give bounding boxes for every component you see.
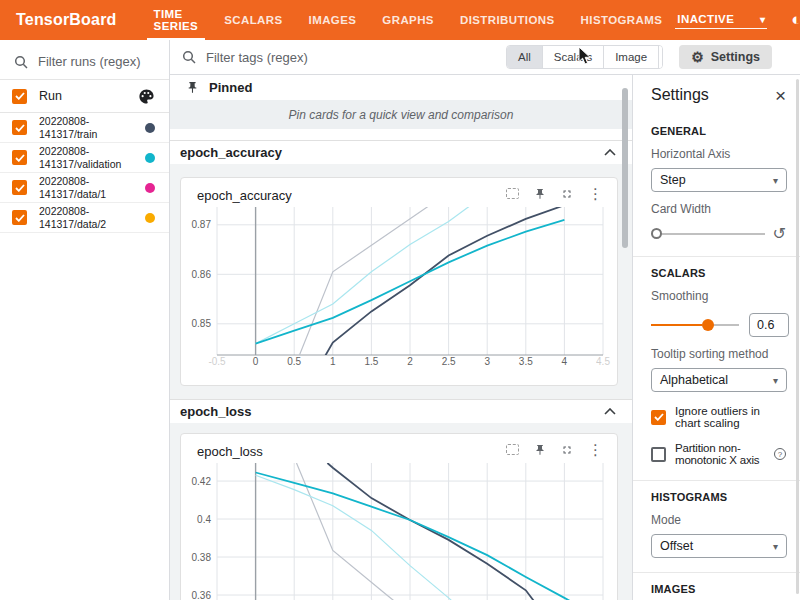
run-checkbox[interactable] (12, 210, 27, 225)
brightness-toggle-icon[interactable]: ◐ (783, 7, 800, 33)
run-color-dot[interactable] (145, 153, 155, 163)
divider (633, 572, 800, 573)
run-color-dot[interactable] (145, 183, 155, 193)
svg-text:0: 0 (253, 356, 259, 367)
tag-filter-scalars[interactable]: Scalars (543, 46, 604, 68)
section-header-epoch-accuracy[interactable]: epoch_accuracy (170, 140, 632, 164)
svg-text:1: 1 (330, 356, 336, 367)
reset-icon[interactable]: ↺ (773, 226, 786, 242)
chevron-up-icon (604, 408, 616, 415)
histogram-mode-value: Offset (660, 539, 693, 553)
svg-text:3: 3 (484, 356, 490, 367)
select-all-runs-checkbox[interactable] (12, 89, 27, 104)
run-checkbox[interactable] (12, 180, 27, 195)
pinned-section-header: Pinned (170, 75, 632, 100)
run-status-dropdown[interactable]: INACTIVE ▾ (675, 11, 767, 29)
topbar-actions: INACTIVE ▾ ◐ ↻ ⚙ ? (675, 7, 800, 33)
divider (633, 256, 800, 257)
run-row[interactable]: 20220808-141317/data/1 (0, 173, 169, 203)
fullscreen-icon[interactable] (561, 444, 573, 456)
svg-text:0.86: 0.86 (192, 269, 212, 280)
pin-icon (186, 81, 199, 94)
settings-button[interactable]: ⚙ Settings (679, 45, 772, 69)
tab-images[interactable]: IMAGES (296, 0, 370, 40)
card-actions: ⋮ (506, 442, 603, 457)
ignore-outliers-row[interactable]: Ignore outliers in chart scaling (651, 405, 786, 429)
smoothing-value-input[interactable]: 0.6 (749, 313, 789, 337)
card-actions: ⋮ (506, 186, 603, 201)
tooltip-sorting-select[interactable]: Alphabetical ▾ (651, 368, 787, 392)
tag-filter-all[interactable]: All (507, 46, 543, 68)
svg-text:0.4: 0.4 (197, 514, 211, 525)
general-heading: GENERAL (651, 125, 786, 137)
tooltip-sorting-value: Alphabetical (660, 373, 728, 387)
run-color-dot[interactable] (145, 123, 155, 133)
tab-histograms[interactable]: HISTOGRAMS (568, 0, 676, 40)
partition-x-row[interactable]: Partition non-monotonic X axis ? (651, 442, 786, 466)
main-scrollbar[interactable] (622, 88, 628, 248)
fit-to-data-icon[interactable] (506, 444, 519, 455)
card-width-label: Card Width (651, 202, 786, 216)
run-status-label: INACTIVE (677, 13, 734, 25)
run-row[interactable]: 20220808-141317/data/2 (0, 203, 169, 233)
run-name: 20220808-141317/validation (39, 145, 127, 170)
scalars-heading: SCALARS (651, 267, 786, 279)
smoothing-slider[interactable] (651, 318, 739, 332)
card-width-slider[interactable] (651, 227, 765, 241)
runs-column-label: Run (39, 89, 62, 103)
tag-filter-image[interactable]: Image (604, 46, 659, 68)
settings-scrollbar[interactable] (796, 79, 799, 594)
tooltip-sorting-label: Tooltip sorting method (651, 347, 786, 361)
ignore-outliers-checkbox[interactable] (651, 410, 666, 425)
tab-graphs[interactable]: GRAPHS (369, 0, 447, 40)
tab-scalars[interactable]: SCALARS (211, 0, 295, 40)
fullscreen-icon[interactable] (561, 188, 573, 200)
settings-button-label: Settings (711, 50, 760, 64)
pin-icon[interactable] (534, 188, 546, 200)
close-icon[interactable]: × (775, 86, 786, 105)
more-options-icon[interactable]: ⋮ (588, 186, 603, 201)
more-options-icon[interactable]: ⋮ (588, 442, 603, 457)
horizontal-axis-select[interactable]: Step ▾ (651, 168, 787, 192)
run-row[interactable]: 20220808-141317/validation (0, 143, 169, 173)
section-header-epoch-loss[interactable]: epoch_loss (170, 399, 632, 423)
epoch-loss-chart[interactable]: 0.360.380.40.42 (181, 458, 619, 600)
images-heading: IMAGES (651, 583, 786, 595)
tags-filter-input[interactable] (206, 50, 506, 65)
chevron-down-icon: ▾ (773, 541, 778, 552)
tab-distributions[interactable]: DISTRIBUTIONS (447, 0, 568, 40)
search-icon (14, 55, 28, 69)
smoothing-value: 0.6 (757, 318, 774, 332)
run-checkbox[interactable] (12, 150, 27, 165)
slider-knob[interactable] (651, 228, 662, 239)
epoch-accuracy-chart[interactable]: 0.850.860.87-0.500.511.522.533.544.5 (181, 202, 619, 387)
slider-knob[interactable] (702, 319, 714, 331)
histogram-mode-label: Mode (651, 513, 786, 527)
section-title: epoch_accuracy (180, 145, 282, 160)
palette-icon[interactable] (138, 88, 155, 105)
settings-panel: Settings × GENERAL Horizontal Axis Step … (632, 75, 800, 600)
svg-text:-0.5: -0.5 (208, 356, 226, 367)
chevron-down-icon: ▾ (773, 175, 778, 186)
pin-icon[interactable] (534, 444, 546, 456)
run-checkbox[interactable] (12, 120, 27, 135)
run-row[interactable]: 20220808-141317/train (0, 113, 169, 143)
run-name: 20220808-141317/data/1 (39, 175, 127, 200)
tab-time-series[interactable]: TIME SERIES (141, 0, 212, 40)
pinned-empty-banner: Pin cards for a quick view and compariso… (170, 100, 632, 129)
runs-filter-input[interactable] (38, 54, 156, 69)
top-app-bar: TensorBoard TIME SERIESSCALARSIMAGESGRAP… (0, 0, 800, 40)
help-icon[interactable]: ? (774, 448, 786, 460)
tag-filter-histogram[interactable]: Histogram (659, 46, 663, 68)
card-title: epoch_accuracy (197, 188, 292, 203)
run-color-dot[interactable] (145, 213, 155, 223)
chevron-down-icon: ▾ (773, 375, 778, 386)
svg-text:4.5: 4.5 (596, 356, 610, 367)
chevron-down-icon: ▾ (760, 14, 765, 25)
partition-x-checkbox[interactable] (651, 447, 666, 462)
search-icon (182, 50, 196, 64)
fit-to-data-icon[interactable] (506, 188, 519, 199)
svg-text:0.5: 0.5 (287, 356, 301, 367)
section-body-epoch-loss: epoch_loss ⋮ 0.360.380.40.42 (170, 423, 632, 600)
histogram-mode-select[interactable]: Offset ▾ (651, 534, 787, 558)
